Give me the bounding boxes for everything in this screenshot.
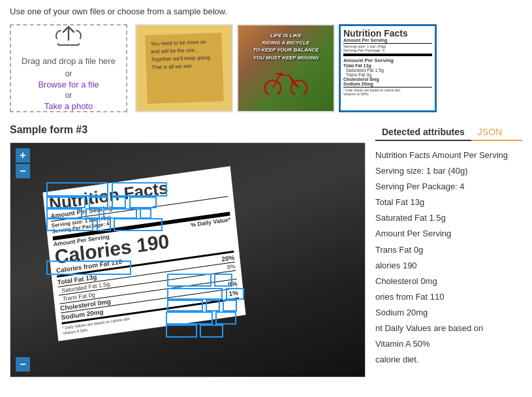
upload-icon: [55, 25, 82, 52]
upload-area: Drag and drop a file here or Browse for …: [10, 24, 522, 112]
attribute-item-7: alories 190: [375, 258, 522, 274]
detected-box-package: [103, 208, 137, 219]
attribute-item-9: ories from Fat 110: [375, 289, 522, 305]
attribute-item-12: Vitamin A 50%: [375, 336, 522, 352]
or-text-1: or: [65, 69, 72, 78]
detected-box-size-lbl: [89, 197, 108, 208]
detected-box-per2: [97, 218, 111, 231]
detected-box-20mg: [200, 325, 223, 338]
detected-box-facts: [112, 182, 167, 197]
detected-box-0g: [223, 300, 237, 311]
zoom-controls: + −: [16, 148, 30, 178]
detected-box-serving2: [46, 208, 82, 219]
section-title: Sample form #3: [10, 124, 366, 136]
image-viewer: + − Nutrition Facts Amount Per Serving: [10, 142, 366, 377]
sample-images: You need to be more onand still be the o…: [135, 24, 437, 112]
detected-box-chol: [166, 311, 213, 325]
drop-zone[interactable]: Drag and drop a file here or Browse for …: [10, 24, 127, 112]
nutrition-image-bg: Nutrition Facts Amount Per Serving Servi…: [10, 143, 365, 377]
detected-box-13g: [214, 274, 232, 287]
main-content: Sample form #3 + − Nutrition Facts Amoun…: [10, 124, 522, 377]
detected-box-0mg: [215, 311, 236, 325]
attribute-item-11: nt Daily Values are based on: [375, 321, 522, 336]
detected-box-serving: [46, 197, 86, 208]
attribute-item-6: Trans Fat 0g: [375, 242, 522, 258]
detected-box-1-5g: [226, 288, 244, 300]
zoom-out-bottom-button[interactable]: −: [16, 357, 30, 372]
zoom-in-button[interactable]: +: [16, 148, 30, 163]
detected-box-amount2: [46, 261, 131, 275]
detected-box-transfat: [167, 300, 203, 311]
attribute-item-4: Saturated Fat 1.5g: [375, 210, 522, 226]
attribute-item-5: Amount Per Serving: [375, 226, 522, 242]
attribute-item-2: Serving Per Package: 4: [375, 179, 522, 195]
detected-box-per: [86, 208, 100, 219]
detected-box-fat-lbl: [206, 300, 220, 311]
bike-overlay-text: LIFE IS LIKERIDING A BICYCLETO KEEP YOUR…: [238, 32, 334, 61]
tab-detected[interactable]: Detected attributes: [375, 124, 471, 141]
detected-box-satfat: [167, 288, 223, 300]
tabs-row: Detected attributes JSON: [375, 124, 522, 141]
left-panel: Sample form #3 + − Nutrition Facts Amoun…: [10, 124, 366, 377]
attribute-item-8: Cholesterol 0mg: [375, 274, 522, 289]
sample-image-bike[interactable]: LIFE IS LIKERIDING A BICYCLETO KEEP YOUR…: [237, 24, 335, 112]
detected-box-sodium: [166, 325, 197, 338]
attribute-item-10: Sodium 20mg: [375, 305, 522, 321]
detected-box-40g: [129, 197, 157, 208]
attribute-item-3: Total Fat 13g: [375, 195, 522, 210]
detected-box-bar: [112, 197, 126, 208]
sample-image-sticky[interactable]: You need to be more onand still be the o…: [135, 24, 233, 112]
detected-box-totalfat: [167, 274, 211, 287]
take-photo-link[interactable]: Take a photo: [44, 101, 93, 111]
zoom-out-button[interactable]: −: [16, 164, 30, 178]
attribute-item-0: Nutrition Facts Amount Per Serving: [375, 148, 522, 163]
detected-box-nutrition: [46, 182, 108, 197]
drag-drop-text: Drag and drop a file here: [22, 56, 116, 67]
or-text-2: or: [65, 91, 72, 100]
detected-box-amount: [46, 218, 93, 231]
browse-link[interactable]: Browse for a file: [38, 80, 99, 89]
instruction-text: Use one of your own files or choose from…: [10, 7, 522, 16]
detected-box-4: [140, 208, 151, 219]
attributes-list: Nutrition Facts Amount Per ServingServin…: [375, 148, 522, 368]
attribute-item-13: calorie diet.: [375, 352, 522, 368]
sample-image-nutrition[interactable]: Nutrition Facts Amount Per Serving Servi…: [339, 24, 437, 112]
detected-box-serving3: [114, 218, 163, 231]
right-panel: Detected attributes JSON Nutrition Facts…: [375, 124, 522, 377]
attribute-item-1: Serving size: 1 bar (40g): [375, 163, 522, 179]
tab-json[interactable]: JSON: [471, 124, 509, 140]
